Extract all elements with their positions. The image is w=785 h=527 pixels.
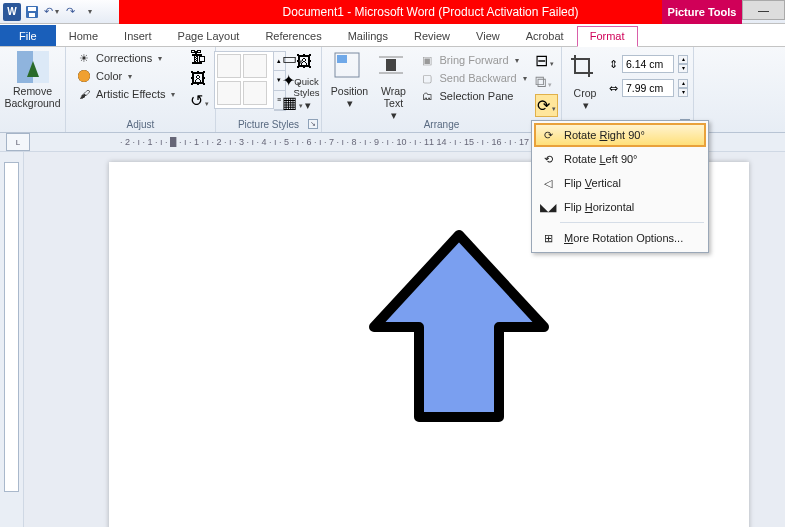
style-thumb[interactable] xyxy=(217,81,241,105)
send-backward-label: Send Backward xyxy=(439,72,516,84)
tab-selector[interactable]: L xyxy=(6,133,30,151)
artistic-label: Artistic Effects xyxy=(96,88,165,100)
window-minimize-button[interactable]: — xyxy=(742,0,785,20)
title-banner: Document1 - Microsoft Word (Product Acti… xyxy=(119,0,742,24)
undo-icon[interactable]: ↶▾ xyxy=(43,4,59,20)
wrap-icon xyxy=(377,51,409,83)
selection-pane-icon: 🗂 xyxy=(419,88,435,104)
menu-separator xyxy=(560,222,704,223)
tab-references[interactable]: References xyxy=(252,26,334,46)
selected-picture[interactable] xyxy=(359,227,559,427)
group-arrange-label: Arrange xyxy=(322,119,561,130)
flip-vertical-icon: ◁ xyxy=(540,175,556,191)
rotate-right-item[interactable]: ⟳ Rotate Right 90° xyxy=(534,123,706,147)
group-adjust: ☀Corrections▾ Color▾ 🖌Artistic Effects▾ … xyxy=(66,47,216,132)
vertical-ruler[interactable] xyxy=(0,152,24,527)
color-label: Color xyxy=(96,70,122,82)
tab-mailings[interactable]: Mailings xyxy=(335,26,401,46)
align-icon[interactable]: ⊟▾ xyxy=(535,51,558,70)
crop-label: Crop xyxy=(574,87,597,99)
picture-layout-icon[interactable]: ▦▾ xyxy=(282,93,303,112)
tab-file[interactable]: File xyxy=(0,25,56,46)
artistic-icon: 🖌 xyxy=(76,86,92,102)
position-button[interactable]: Position▾ xyxy=(325,49,373,121)
rotate-left-icon: ⟲ xyxy=(540,151,556,167)
corrections-icon: ☀ xyxy=(76,50,92,66)
bring-forward-icon: ▣ xyxy=(419,52,435,68)
height-field[interactable]: ⇕6.14 cm▴▾ xyxy=(609,55,688,73)
group-icon: ⧉▾ xyxy=(535,73,558,91)
remove-bg-label: Remove Background xyxy=(4,85,60,109)
width-field[interactable]: ⇔7.99 cm▴▾ xyxy=(609,79,688,97)
width-value[interactable]: 7.99 cm xyxy=(622,79,674,97)
group-arrange: Position▾ Wrap Text▾ ▣Bring Forward▾ ▢Se… xyxy=(322,47,562,132)
svg-rect-8 xyxy=(337,55,347,63)
bring-forward-label: Bring Forward xyxy=(439,54,508,66)
corrections-button[interactable]: ☀Corrections▾ xyxy=(74,49,164,67)
more-rotation-item[interactable]: ⊞ More Rotation Options... xyxy=(534,226,706,250)
wrap-label: Wrap Text xyxy=(373,85,413,109)
compress-pictures-icon[interactable]: 🗜 xyxy=(190,49,209,67)
group-picture-styles: ▴▾≡ 🖼 Quick Styles▾ ▭▾ ✦▾ ▦▾ ↘ Picture S… xyxy=(216,47,322,132)
color-button[interactable]: Color▾ xyxy=(74,67,134,85)
height-icon: ⇕ xyxy=(609,58,618,71)
quick-access-toolbar: W ↶▾ ↷ ▾ xyxy=(0,3,97,21)
svg-rect-1 xyxy=(28,7,36,11)
svg-rect-2 xyxy=(29,13,35,17)
style-thumb[interactable] xyxy=(243,54,267,78)
picture-border-icon[interactable]: ▭▾ xyxy=(282,49,303,68)
corrections-label: Corrections xyxy=(96,52,152,64)
rotate-left-label: Rotate Left 90° xyxy=(564,153,638,165)
rotate-right-label: Rotate Right 90° xyxy=(564,129,645,141)
more-rotation-icon: ⊞ xyxy=(540,230,556,246)
flip-horizontal-item[interactable]: ◣◢ Flip Horizontal xyxy=(534,195,706,219)
group-styles-label: Picture Styles xyxy=(216,119,321,130)
word-app-icon[interactable]: W xyxy=(3,3,21,21)
height-value[interactable]: 6.14 cm xyxy=(622,55,674,73)
rotate-left-item[interactable]: ⟲ Rotate Left 90° xyxy=(534,147,706,171)
rotate-button[interactable]: ⟳▾ xyxy=(535,94,558,117)
selection-pane-button[interactable]: 🗂Selection Pane xyxy=(417,87,528,105)
svg-rect-4 xyxy=(17,51,33,83)
height-spinner[interactable]: ▴▾ xyxy=(678,55,688,73)
crop-icon xyxy=(569,53,601,85)
tab-format[interactable]: Format xyxy=(577,26,638,47)
style-thumb[interactable] xyxy=(243,81,267,105)
remove-background-button[interactable]: Remove Background xyxy=(5,49,61,109)
send-backward-button: ▢Send Backward▾ xyxy=(417,69,528,87)
title-bar: W ↶▾ ↷ ▾ Document1 - Microsoft Word (Pro… xyxy=(0,0,785,24)
crop-button[interactable]: Crop▾ xyxy=(567,51,603,111)
change-picture-icon[interactable]: 🖼 xyxy=(190,70,209,88)
save-icon[interactable] xyxy=(24,4,40,20)
flip-horizontal-label: Flip Horizontal xyxy=(564,201,634,213)
window-title: Document1 - Microsoft Word (Product Acti… xyxy=(119,5,742,19)
tab-acrobat[interactable]: Acrobat xyxy=(513,26,577,46)
flip-horizontal-icon: ◣◢ xyxy=(540,199,556,215)
arrow-image[interactable] xyxy=(359,227,559,427)
tab-insert[interactable]: Insert xyxy=(111,26,165,46)
tab-page-layout[interactable]: Page Layout xyxy=(165,26,253,46)
rotate-right-icon: ⟳ xyxy=(540,127,556,143)
wrap-text-button[interactable]: Wrap Text▾ xyxy=(373,49,413,121)
remove-bg-icon xyxy=(17,51,49,83)
reset-picture-icon[interactable]: ↺▾ xyxy=(190,91,209,110)
selection-pane-label: Selection Pane xyxy=(439,90,513,102)
flip-vertical-item[interactable]: ◁ Flip Vertical xyxy=(534,171,706,195)
qat-customize-icon[interactable]: ▾ xyxy=(81,4,97,20)
picture-effects-icon[interactable]: ✦▾ xyxy=(282,71,303,90)
tab-review[interactable]: Review xyxy=(401,26,463,46)
style-thumb[interactable] xyxy=(217,54,241,78)
rotate-menu: ⟳ Rotate Right 90° ⟲ Rotate Left 90° ◁ F… xyxy=(531,120,709,253)
width-spinner[interactable]: ▴▾ xyxy=(678,79,688,97)
tab-home[interactable]: Home xyxy=(56,26,111,46)
position-label: Position xyxy=(331,85,368,97)
tab-view[interactable]: View xyxy=(463,26,513,46)
svg-point-6 xyxy=(78,70,90,82)
color-icon xyxy=(76,68,92,84)
group-background: Remove Background xyxy=(0,47,66,132)
artistic-effects-button[interactable]: 🖌Artistic Effects▾ xyxy=(74,85,177,103)
styles-gallery[interactable] xyxy=(214,51,274,109)
redo-icon[interactable]: ↷ xyxy=(62,4,78,20)
send-backward-icon: ▢ xyxy=(419,70,435,86)
bring-forward-button: ▣Bring Forward▾ xyxy=(417,51,528,69)
